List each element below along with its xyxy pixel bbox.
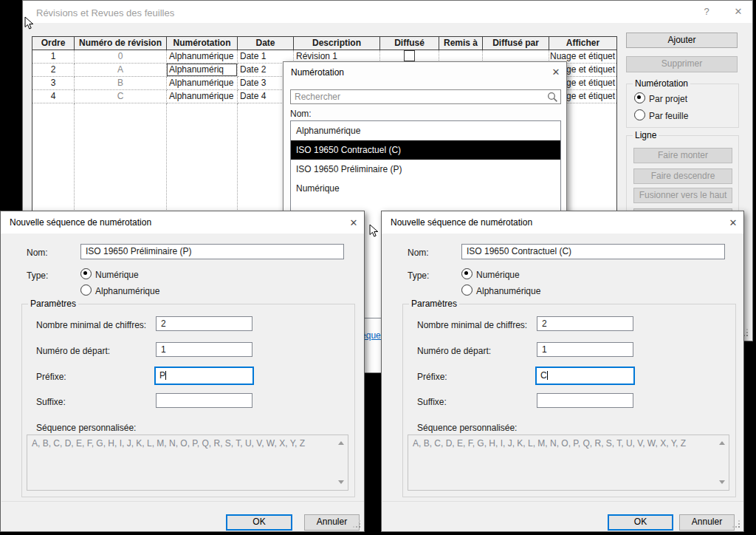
radio-unchecked-icon	[634, 109, 645, 120]
depart-label: Numéro de départ:	[417, 346, 491, 356]
empty-cell[interactable]	[167, 103, 238, 216]
diffuse-checkbox[interactable]	[404, 50, 415, 61]
ajouter-button[interactable]: Ajouter	[626, 33, 738, 48]
resize-grip[interactable]	[353, 520, 362, 529]
annuler-button[interactable]: Annuler	[304, 514, 360, 531]
radio-unchecked-icon	[461, 284, 472, 296]
suffixe-label: Suffixe:	[36, 397, 66, 407]
type-numerique-radio[interactable]: Numérique	[80, 268, 139, 280]
parametres-group-label: Paramètres	[28, 299, 78, 309]
cell-revision[interactable]: 0	[75, 50, 167, 64]
fusionner-haut-button: Fusionner vers le haut	[633, 188, 732, 203]
col-header-date: Date	[238, 37, 294, 50]
nom-label: Nom:	[408, 248, 429, 258]
cell-revision[interactable]: C	[75, 90, 167, 103]
type-alphanumerique-radio[interactable]: Alphanumérique	[80, 284, 159, 296]
close-icon[interactable]: ✕	[346, 217, 362, 230]
suffixe-field[interactable]	[156, 393, 252, 408]
col-header-diffuse: Diffusé	[380, 37, 439, 50]
depart-field[interactable]: 1	[537, 342, 633, 357]
list-item[interactable]: Numérique	[291, 179, 560, 198]
cell-ordre[interactable]: 4	[32, 90, 75, 103]
mouse-cursor-icon	[369, 224, 380, 238]
cell-revision[interactable]: B	[75, 77, 167, 90]
cell-ordre[interactable]: 1	[32, 50, 75, 64]
sequence-textarea: A, B, C, D, E, F, G, H, I, J, K, L, M, N…	[27, 435, 348, 491]
cell-numerotation[interactable]: Alphanumérique	[167, 90, 238, 103]
revisions-titlebar[interactable]: Révisions et Revues des feuilles ? ✕	[23, 1, 752, 23]
sequence-perso-label: Séquence personnalisée:	[36, 423, 136, 433]
search-input[interactable]	[290, 89, 561, 104]
close-icon[interactable]: ✕	[725, 217, 741, 230]
scroll-down-icon[interactable]	[719, 480, 725, 484]
cell-numerotation[interactable]: Alphanumérique	[167, 50, 238, 64]
list-item-selected[interactable]: ISO 19650 Contractuel (C)	[291, 140, 560, 160]
sequence-titlebar[interactable]: Nouvelle séquence de numérotation ✕	[382, 211, 743, 234]
par-projet-radio[interactable]: Par projet	[634, 92, 687, 104]
sequence-textarea: A, B, C, D, E, F, G, H, I, J, K, L, M, N…	[408, 435, 729, 491]
nom-label: Nom:	[27, 248, 48, 258]
cell-ordre[interactable]: 2	[32, 64, 75, 77]
par-feuille-radio[interactable]: Par feuille	[634, 109, 688, 121]
sequence-titlebar[interactable]: Nouvelle séquence de numérotation ✕	[1, 211, 364, 234]
close-icon[interactable]: ✕	[730, 5, 746, 18]
cell-numerotation[interactable]: Alphanumérique	[167, 77, 238, 90]
min-digits-label: Nombre minimal de chiffres:	[36, 320, 146, 330]
parametres-group-label: Paramètres	[409, 299, 459, 309]
depart-field[interactable]: 1	[156, 342, 252, 357]
cell-numerotation-editing[interactable]: Alphanumériq	[167, 64, 238, 77]
annuler-button[interactable]: Annuler	[679, 514, 735, 531]
help-icon[interactable]: ?	[698, 5, 715, 18]
list-item[interactable]: ISO 19650 Préliminaire (P)	[291, 160, 560, 179]
col-header-diffuse-par: Diffusé par	[483, 37, 549, 50]
col-header-ordre: Ordre	[32, 37, 75, 50]
dialog-title: Révisions et Revues des feuilles	[36, 7, 174, 18]
prefixe-label: Préfixe:	[36, 372, 66, 382]
sequence-perso-label: Séquence personnalisée:	[417, 423, 517, 433]
type-label: Type:	[27, 270, 48, 281]
mouse-cursor-icon	[24, 16, 35, 30]
col-header-numero-revision: Numéro de révision	[75, 37, 167, 50]
col-header-description: Description	[294, 37, 380, 50]
radio-unchecked-icon	[80, 284, 92, 296]
type-alphanumerique-radio[interactable]: Alphanumérique	[461, 284, 540, 296]
type-numerique-radio[interactable]: Numérique	[461, 268, 520, 280]
radio-checked-icon	[80, 268, 92, 279]
prefixe-field[interactable]: P	[154, 367, 254, 385]
close-icon[interactable]: ✕	[548, 66, 564, 79]
col-header-remis-a: Remis à	[439, 37, 483, 50]
supprimer-button: Supprimer	[626, 56, 738, 72]
text-caret	[165, 371, 166, 380]
numerotation-group: Numérotation Par projet Par feuille	[626, 84, 739, 128]
ligne-group-label: Ligne	[633, 130, 659, 140]
dialog-title: Nouvelle séquence de numérotation	[10, 217, 151, 228]
cell-revision[interactable]: A	[75, 64, 167, 77]
list-item[interactable]: Alphanumérique	[291, 121, 560, 140]
nom-field[interactable]: ISO 19650 Préliminaire (P)	[80, 244, 344, 259]
nom-field[interactable]: ISO 19650 Contractuel (C)	[461, 244, 725, 259]
suffixe-field[interactable]	[537, 393, 633, 408]
ok-button[interactable]: OK	[608, 514, 673, 531]
scroll-down-icon[interactable]	[338, 480, 344, 484]
scroll-up-icon[interactable]	[719, 441, 725, 445]
prefixe-field[interactable]: C	[535, 367, 635, 385]
min-digits-field[interactable]: 2	[537, 316, 633, 331]
numerotation-group-label: Numérotation	[633, 78, 690, 89]
suffixe-label: Suffixe:	[417, 397, 447, 407]
depart-label: Numéro de départ:	[36, 346, 110, 356]
faire-descendre-button: Faire descendre	[633, 168, 732, 184]
ok-button[interactable]: OK	[226, 514, 292, 531]
numerotation-titlebar[interactable]: Numérotation ✕	[284, 62, 566, 83]
col-header-afficher: Afficher	[549, 37, 616, 50]
resize-grip[interactable]	[732, 520, 741, 529]
nom-label: Nom:	[290, 109, 312, 119]
cell-ordre[interactable]: 3	[32, 77, 75, 90]
dialog-title: Nouvelle séquence de numérotation	[391, 217, 532, 228]
dialog-title: Numérotation	[291, 67, 344, 78]
scroll-up-icon[interactable]	[338, 441, 344, 445]
sequence-dialog-left: Nouvelle séquence de numérotation ✕ Nom:…	[0, 211, 365, 532]
empty-cell[interactable]	[75, 103, 167, 216]
min-digits-field[interactable]: 2	[156, 316, 252, 331]
type-label: Type:	[408, 270, 429, 281]
empty-cell[interactable]	[32, 103, 75, 216]
